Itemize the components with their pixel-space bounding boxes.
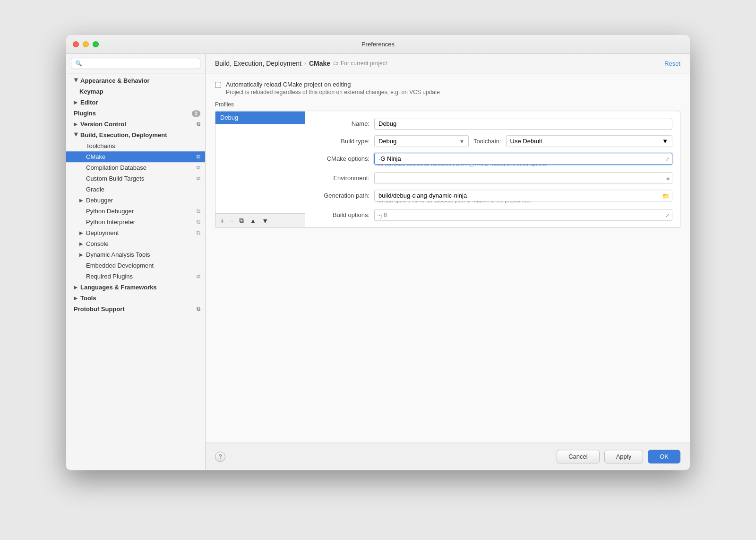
- sidebar-item-label: Deployment: [86, 229, 119, 236]
- copy-icon: ⧉: [197, 219, 200, 225]
- sidebar-search-container: [66, 54, 205, 73]
- apply-button[interactable]: Apply: [604, 450, 644, 463]
- copy-icon: ⧉: [197, 273, 200, 279]
- sidebar-item-languages[interactable]: ▶ Languages & Frameworks: [66, 282, 205, 293]
- profile-toolbar: + − ⧉ ▲ ▼: [215, 213, 305, 227]
- profile-add-button[interactable]: +: [218, 216, 226, 226]
- sidebar-item-protobuf[interactable]: Protobuf Support ⧉: [66, 304, 205, 314]
- build-type-row: Build type: Debug ▼ Toolchain: Use Defau…: [313, 135, 672, 147]
- cancel-button[interactable]: Cancel: [557, 450, 599, 463]
- toolchain-value: Use Default: [510, 138, 542, 145]
- sidebar-item-label: Editor: [80, 99, 98, 106]
- build-options-input[interactable]: [374, 209, 672, 221]
- minimize-button[interactable]: [83, 41, 89, 47]
- generation-path-input-wrap: 📁: [374, 190, 672, 201]
- sidebar-item-label: Console: [86, 240, 109, 247]
- sidebar-item-label: Appearance & Behavior: [80, 77, 150, 84]
- dropdown-arrow-icon: ▼: [459, 139, 464, 144]
- sidebar-item-label: Embedded Development: [86, 262, 154, 269]
- auto-reload-text: Automatically reload CMake project on ed…: [226, 81, 440, 96]
- profile-copy-button[interactable]: ⧉: [237, 216, 246, 226]
- expand-arrow-icon: ▶: [74, 78, 79, 83]
- profiles-section-label: Profiles: [215, 101, 680, 108]
- expand-arrow-icon: ▶: [79, 252, 84, 257]
- copy-icon: ⧉: [197, 230, 200, 236]
- profile-remove-button[interactable]: −: [228, 216, 235, 226]
- expand-arrow-icon: ▶: [74, 122, 78, 127]
- generation-path-section: Generation path: 📁 You can specify eithe…: [313, 190, 672, 203]
- profiles-layout: Debug + − ⧉ ▲ ▼: [215, 111, 680, 228]
- sidebar-item-toolchains[interactable]: Toolchains: [66, 140, 205, 151]
- profile-form: Name: Build type: Debug ▼ Toolchain: [305, 111, 680, 227]
- sidebar-item-version-control[interactable]: ▶ Version Control ⧉: [66, 119, 205, 130]
- auto-reload-checkbox[interactable]: [215, 82, 221, 88]
- copy-icon: ⧉: [197, 121, 200, 127]
- environment-input[interactable]: [374, 172, 672, 184]
- project-icon: 🗂: [333, 60, 339, 67]
- help-button[interactable]: ?: [215, 452, 225, 462]
- sidebar-item-plugins[interactable]: Plugins 2: [66, 108, 205, 119]
- plugins-badge: 2: [192, 110, 200, 117]
- profile-up-button[interactable]: ▲: [248, 216, 258, 226]
- sidebar-item-label: Dynamic Analysis Tools: [86, 251, 150, 258]
- sidebar-item-console[interactable]: ▶ Console: [66, 238, 205, 249]
- titlebar: Preferences: [66, 35, 690, 54]
- main-layout: ▶ Appearance & Behavior Keymap ▶ Editor …: [66, 54, 690, 470]
- sidebar-item-compilation-db[interactable]: Compilation Database ⧉: [66, 162, 205, 173]
- expand-arrow-icon: ▶: [79, 198, 84, 203]
- sidebar-item-python-interpreter[interactable]: Python Interpreter ⧉: [66, 217, 205, 227]
- auto-reload-hint: Project is reloaded regardless of this o…: [226, 89, 440, 96]
- sidebar-item-label: Compilation Database: [86, 164, 146, 171]
- sidebar-item-deployment[interactable]: ▶ Deployment ⧉: [66, 227, 205, 238]
- cmake-options-row: CMake options: ⤢: [313, 153, 672, 165]
- expand-arrow-icon: ▶: [74, 296, 78, 301]
- sidebar-item-editor[interactable]: ▶ Editor: [66, 97, 205, 108]
- sidebar-item-custom-build[interactable]: Custom Build Targets ⧉: [66, 173, 205, 184]
- window-title: Preferences: [361, 41, 395, 48]
- close-button[interactable]: [73, 41, 79, 47]
- build-options-label: Build options:: [313, 211, 369, 218]
- toolchain-label: Toolchain:: [473, 138, 501, 145]
- build-type-value: Debug: [378, 138, 396, 145]
- for-current-project-label: 🗂 For current project: [333, 60, 387, 67]
- sidebar-item-label: Python Interpreter: [86, 218, 135, 226]
- profile-item-debug[interactable]: Debug: [215, 111, 305, 124]
- expand-arrow-icon: ▶: [79, 230, 84, 235]
- sidebar-item-keymap[interactable]: Keymap: [66, 86, 205, 97]
- sidebar-item-appearance[interactable]: ▶ Appearance & Behavior: [66, 75, 205, 86]
- window-controls: [73, 41, 99, 47]
- profiles-section: Profiles Debug + −: [215, 101, 680, 228]
- content-header: Build, Execution, Deployment › CMake 🗂 F…: [206, 54, 690, 73]
- sidebar-item-required-plugins[interactable]: Required Plugins ⧉: [66, 271, 205, 282]
- cmake-options-input[interactable]: [374, 153, 672, 165]
- generation-path-input[interactable]: [374, 190, 672, 201]
- expand-arrow-icon: ▶: [74, 100, 78, 105]
- sidebar-item-gradle[interactable]: Gradle: [66, 184, 205, 195]
- copy-icon: ⧉: [197, 165, 200, 171]
- sidebar-item-dynamic-analysis[interactable]: ▶ Dynamic Analysis Tools: [66, 249, 205, 260]
- content-area: Build, Execution, Deployment › CMake 🗂 F…: [206, 54, 690, 470]
- maximize-button[interactable]: [93, 41, 99, 47]
- sidebar-item-build-exec-deploy[interactable]: ▶ Build, Execution, Deployment: [66, 130, 205, 140]
- sidebar-item-label: Toolchains: [86, 142, 115, 149]
- sidebar-item-debugger[interactable]: ▶ Debugger: [66, 195, 205, 206]
- copy-icon: ⧉: [197, 306, 200, 312]
- toolchain-select[interactable]: Use Default ▼: [506, 135, 672, 147]
- sidebar-item-label: Keymap: [79, 88, 103, 95]
- sidebar-item-embedded-dev[interactable]: Embedded Development: [66, 260, 205, 271]
- name-input[interactable]: [374, 118, 672, 130]
- name-row: Name:: [313, 118, 672, 130]
- sidebar-item-tools[interactable]: ▶ Tools: [66, 293, 205, 304]
- environment-row: Environment: ≡: [313, 172, 672, 184]
- profile-down-button[interactable]: ▼: [260, 216, 270, 226]
- sidebar-item-python-debugger[interactable]: Python Debugger ⧉: [66, 206, 205, 217]
- ok-button[interactable]: OK: [648, 450, 680, 463]
- name-label: Name:: [313, 120, 369, 127]
- reset-button[interactable]: Reset: [664, 60, 680, 67]
- build-type-select[interactable]: Debug ▼: [374, 135, 469, 147]
- profile-list-items: Debug: [215, 111, 305, 213]
- sidebar-item-cmake[interactable]: CMake ⧉: [66, 151, 205, 162]
- search-input[interactable]: [71, 58, 200, 69]
- expand-arrow-icon: ▶: [74, 133, 79, 138]
- copy-icon: ⧉: [197, 154, 200, 160]
